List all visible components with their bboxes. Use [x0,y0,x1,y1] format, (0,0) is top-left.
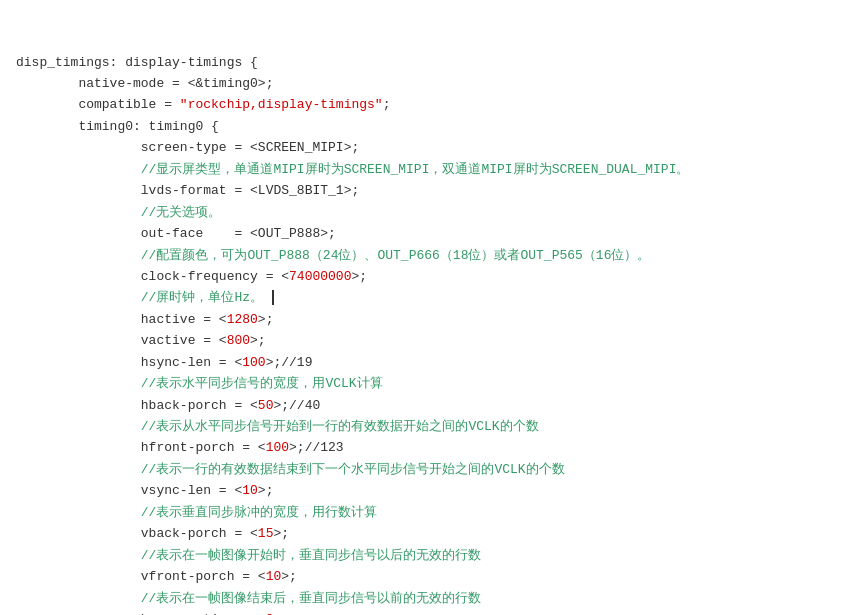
code-token: 10 [266,569,282,584]
code-line: hsync-len = <100>;//19 [16,352,845,373]
code-line: //配置颜色，可为OUT_P888（24位）、OUT_P666（18位）或者OU… [16,245,845,266]
code-line: //表示垂直同步脉冲的宽度，用行数计算 [16,502,845,523]
code-token: 50 [258,398,274,413]
code-token: >; [258,312,274,327]
code-line: lvds-format = <LVDS_8BIT_1>; [16,180,845,201]
code-line: //表示水平同步信号的宽度，用VCLK计算 [16,373,845,394]
code-token [263,290,271,305]
code-token: hfront-porch = < [16,440,266,455]
code-token: //配置颜色，可为OUT_P888（24位）、OUT_P666（18位）或者OU… [16,248,650,263]
code-token: >; [273,526,289,541]
code-line: //表示在一帧图像结束后，垂直同步信号以前的无效的行数 [16,588,845,609]
code-line: native-mode = <&timing0>; [16,73,845,94]
code-line: //表示一行的有效数据结束到下一个水平同步信号开始之间的VCLK的个数 [16,459,845,480]
code-token: native-mode = <&timing0>; [16,76,273,91]
code-token: >;//123 [289,440,344,455]
code-token: 1280 [227,312,258,327]
code-token: 100 [266,440,289,455]
code-line: timing0: timing0 { [16,116,845,137]
code-line: //表示在一帧图像开始时，垂直同步信号以后的无效的行数 [16,545,845,566]
code-line: vfront-porch = <10>; [16,566,845,587]
code-token: disp_timings: display-timings { [16,55,258,70]
code-token: //显示屏类型，单通道MIPI屏时为SCREEN_MIPI，双通道MIPI屏时为… [16,162,689,177]
code-token: 15 [258,526,274,541]
code-line: vactive = <800>; [16,330,845,351]
code-editor: disp_timings: display-timings { native-m… [0,0,861,615]
code-token: //表示垂直同步脉冲的宽度，用行数计算 [16,505,377,520]
code-token: >;//40 [273,398,320,413]
code-token: hsync-len = < [16,355,242,370]
code-token: hback-porch = < [16,398,258,413]
code-token: 74000000 [289,269,351,284]
code-line: //无关选项。 [16,202,845,223]
code-token: //表示水平同步信号的宽度，用VCLK计算 [16,376,383,391]
code-token: 800 [227,333,250,348]
code-content: disp_timings: display-timings { native-m… [16,10,845,615]
code-token: vback-porch = < [16,526,258,541]
code-token: >; [281,569,297,584]
code-token: vfront-porch = < [16,569,266,584]
code-token: vsync-len = < [16,483,242,498]
code-line: hactive = <1280>; [16,309,845,330]
code-line: //屏时钟，单位Hz。 [16,287,845,308]
code-token: //表示一行的有效数据结束到下一个水平同步信号开始之间的VCLK的个数 [16,462,565,477]
code-token: compatible = [16,97,180,112]
code-token: //屏时钟，单位Hz。 [16,290,263,305]
code-line: out-face = <OUT_P888>; [16,223,845,244]
code-token: timing0: timing0 { [16,119,219,134]
code-line: //表示从水平同步信号开始到一行的有效数据开始之间的VCLK的个数 [16,416,845,437]
code-token: "rockchip,display-timings" [180,97,383,112]
code-token: >;//19 [266,355,313,370]
code-token: hactive = < [16,312,227,327]
code-token: 10 [242,483,258,498]
code-token: //表示在一帧图像结束后，垂直同步信号以前的无效的行数 [16,591,481,606]
code-token: //表示从水平同步信号开始到一行的有效数据开始之间的VCLK的个数 [16,419,539,434]
code-token: ; [383,97,391,112]
code-line: //显示屏类型，单通道MIPI屏时为SCREEN_MIPI，双通道MIPI屏时为… [16,159,845,180]
code-token: >; [250,333,266,348]
code-line: clock-frequency = <74000000>; [16,266,845,287]
code-token: clock-frequency = < [16,269,289,284]
code-token: //表示在一帧图像开始时，垂直同步信号以后的无效的行数 [16,548,481,563]
code-line: hback-porch = <50>;//40 [16,395,845,416]
code-line: vback-porch = <15>; [16,523,845,544]
code-line: hfront-porch = <100>;//123 [16,437,845,458]
code-token: out-face = <OUT_P888>; [16,226,336,241]
code-token: vactive = < [16,333,227,348]
code-token: screen-type = <SCREEN_MIPI>; [16,140,359,155]
code-token: 100 [242,355,265,370]
code-line: disp_timings: display-timings { [16,52,845,73]
code-token: //无关选项。 [16,205,221,220]
code-line: hsync-active = <0>; [16,609,845,615]
code-token: >; [351,269,367,284]
code-line: vsync-len = <10>; [16,480,845,501]
code-token: >; [258,483,274,498]
code-line: screen-type = <SCREEN_MIPI>; [16,137,845,158]
code-line: compatible = "rockchip,display-timings"; [16,94,845,115]
code-token: lvds-format = <LVDS_8BIT_1>; [16,183,359,198]
